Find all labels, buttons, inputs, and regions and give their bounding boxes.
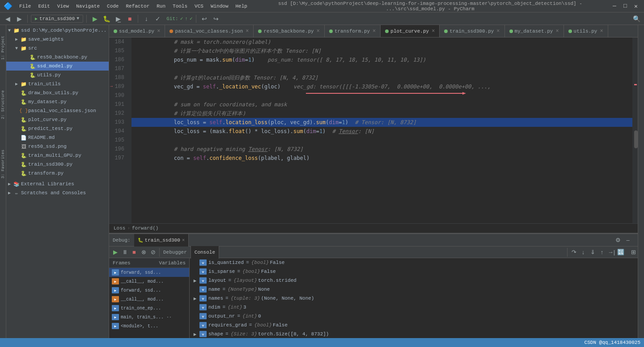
var-expand-names[interactable]: ▶ [191,296,199,301]
coverage-button[interactable]: ▶̲ [113,14,123,24]
tree-expand-src[interactable]: ▼ [15,46,21,51]
debug-evaluate-expression[interactable]: 🔣 [616,248,625,257]
code-line-192[interactable]: # 计算定位损失(只有正样本) [131,109,632,118]
debug-step-out[interactable]: ↑ [597,248,606,257]
tree-item-transform[interactable]: ▶ 🐍 transform.py [6,169,109,178]
tree-item-plot-curve[interactable]: ▶ 🐍 plot_curve.py [6,115,109,124]
debug-console-tab[interactable]: Console [191,246,219,259]
var-row-ndim[interactable]: v ndim = {int} 3 [190,303,638,312]
scroll-thumb[interactable] [634,130,638,148]
vcs-update-button[interactable]: ↓ [141,14,151,24]
var-row-is-quantized[interactable]: v is_quantized = {bool} False [190,258,638,267]
tab-ssd-model[interactable]: ssd_model.py × [109,25,165,38]
debug-run-close[interactable]: × [182,238,185,243]
tab-close-transform[interactable]: × [373,28,376,34]
debug-step-into[interactable]: ↓ [579,248,588,257]
tree-item-scratches[interactable]: ▶ ✏ Scratches and Consoles [6,188,109,197]
var-expand-layout[interactable]: ▶ [191,278,199,284]
run-config-selector[interactable]: ▶ train_ssd300 ▼ [31,15,83,23]
var-row-requires-grad[interactable]: v requires_grad = {bool} False [190,321,638,330]
frame-train-one-ep[interactable]: ▶ train_one_ep... [109,304,189,313]
menu-navigate[interactable]: Navigate [73,3,103,10]
debug-step-over[interactable]: ↷ [569,248,578,257]
tab-my-dataset[interactable]: my_dataset.py × [505,25,564,38]
tab-close-res50[interactable]: × [317,28,320,34]
tree-item-res50-backbone[interactable]: ▶ 🐍 res50_backbone.py [6,53,109,62]
mute-breakpoints-button[interactable]: ⊘ [148,248,157,257]
code-line-196[interactable]: # hard negative mining Tenosr: [N, 8732] [131,145,632,154]
tree-item-train-multi-gpu[interactable]: ▶ 🐍 train_multi_GPU.py [6,151,109,160]
frame-module[interactable]: ▶ <module>, t... [109,322,189,330]
stop-button[interactable]: ■ [125,14,135,24]
tab-close-utils[interactable]: × [600,28,603,34]
debug-debugger-tab[interactable]: Debugger [160,246,191,259]
tree-item-external-libs[interactable]: ▶ 📚 External Libraries [6,180,109,188]
tree-item-readme[interactable]: ▶ 📄 README.md [6,133,109,142]
tab-close-pascal[interactable]: × [246,28,249,34]
breadcrumb-forward[interactable]: forward() [132,226,158,231]
code-line-185[interactable]: # 计算一个batch中的每张图片的正样本个数 Tensor: [N] [131,46,632,55]
tree-item-train-utils[interactable]: ▶ 📁 train_utils [6,79,109,88]
menu-vcs[interactable]: VCS [191,3,207,10]
code-line-186[interactable]: pos_num = mask. sum ( dim = 1 ) pos_num:… [131,55,632,64]
debug-restore-layout[interactable]: ⊞ [629,248,638,257]
code-line-187[interactable] [131,64,632,73]
view-breakpoints-button[interactable]: ⊗ [139,248,148,257]
menu-refactor[interactable]: Refactor [123,3,153,10]
var-expand-shape[interactable]: ▶ [191,331,199,337]
debug-settings-button[interactable]: ⚙ [614,236,623,245]
toolbar-forward-button[interactable]: ▶ [14,14,24,24]
tree-expand-external[interactable]: ▶ [8,181,13,187]
tab-close-ssd-model[interactable]: × [157,28,160,34]
menu-code[interactable]: Code [104,3,122,10]
tree-expand-ssd[interactable]: ▼ [8,28,13,33]
code-line-193[interactable]: loc_loss = self . location_loss (ploc, v… [131,118,632,127]
tab-train-ssd300[interactable]: train_ssd300.py × [440,25,504,38]
menu-window[interactable]: Window [208,3,232,10]
toolbar-back-button[interactable]: ◀ [3,14,13,24]
frame-call-mod-1[interactable]: ▶ __call__, mod... [109,277,189,286]
maximize-button[interactable]: □ [621,2,630,11]
var-row-name[interactable]: v name = {NoneType} None [190,285,638,294]
tree-item-pascal-voc[interactable]: ▶ { } pascal_voc_classes.json [6,106,109,115]
close-button[interactable]: ✕ [631,2,640,11]
stop-debug-button[interactable]: ■ [130,248,139,257]
menu-help[interactable]: Help [233,3,250,10]
var-row-names[interactable]: ▶ v names = {tuple: 3} (None, None, None… [190,294,638,303]
tab-res50-backbone[interactable]: res50_backbone.py × [254,25,324,38]
tree-item-draw-box[interactable]: ▶ 🐍 draw_box_utils.py [6,88,109,97]
tree-item-predict-test[interactable]: ▶ 🐍 predict_test.py [6,124,109,133]
code-line-184[interactable]: # mask = torch.nonzero(glabel) [131,38,632,46]
frame-forward-ssd-1[interactable]: ▶ forward, ssd... [109,268,189,277]
search-everywhere-button[interactable]: 🔍 [631,14,641,24]
frame-call-mod-2[interactable]: ▶ __call__, mod... [109,295,189,304]
menu-run[interactable]: Run [153,3,169,10]
pause-button[interactable]: ⏸ [120,248,129,257]
code-line-191[interactable]: # sum on four coordinates, and mask [131,100,632,109]
frame-forward-ssd-2[interactable]: ▶ forward, ssd... [109,286,189,295]
code-editor[interactable]: 184 185 186 187 188 → 189 190 191 192 19… [109,38,638,223]
tree-item-utils[interactable]: ▶ 🐍 utils.py [6,71,109,79]
tree-item-save-weights[interactable]: ▶ 📁 save_weights [6,35,109,44]
breadcrumb-loss[interactable]: Loss [114,226,125,231]
code-line-188[interactable]: # 计算gt的location回归参数 Tensor: [N, 4, 8732] [131,73,632,82]
tab-pascal-voc[interactable]: pascal_voc_classes.json × [165,25,254,38]
menu-view[interactable]: View [54,3,72,10]
var-row-layout[interactable]: ▶ v layout = {layout} torch.strided [190,276,638,285]
tree-item-src[interactable]: ▼ 📁 src [6,44,109,53]
scrollbar-area[interactable] [632,38,638,223]
structure-tab[interactable]: 2: Structure [0,88,6,121]
tree-expand-scratches[interactable]: ▶ [8,190,13,196]
var-row-is-sparse[interactable]: v is_sparse = {bool} False [190,267,638,276]
tree-item-ssd-model[interactable]: ▶ 🐍 ssd_model.py [6,62,109,71]
code-line-195[interactable] [131,136,632,145]
debug-minimize-button[interactable]: – [623,236,632,245]
tree-item-train-ssd300[interactable]: ▶ 🐍 train_ssd300.py [6,160,109,169]
undo-button[interactable]: ↩ [199,14,209,24]
vcs-commit-button[interactable]: ✓ [153,14,163,24]
debug-force-step-into[interactable]: ⇓ [588,248,597,257]
minimize-button[interactable]: — [610,2,619,11]
var-row-output-nr[interactable]: v output_nr = {int} 0 [190,312,638,321]
menu-edit[interactable]: Edit [35,3,53,10]
tree-expand-train-utils[interactable]: ▶ [15,81,21,87]
